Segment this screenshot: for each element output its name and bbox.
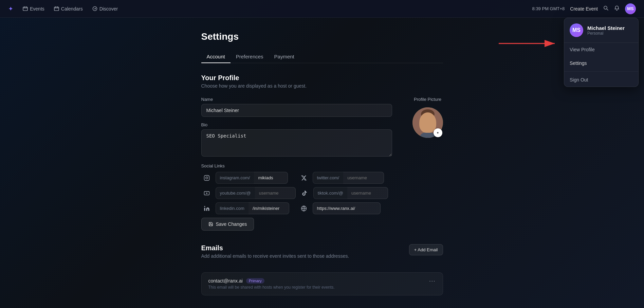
- calendars-nav-label: Calendars: [61, 6, 83, 12]
- emails-section-title: Emails: [201, 244, 349, 252]
- nav-link-events[interactable]: Events: [23, 6, 44, 12]
- main-content: Settings Account Preferences Payment You…: [193, 18, 451, 308]
- email-address-row: contact@ranx.ai Primary: [208, 278, 335, 284]
- name-form-group: Name: [201, 97, 392, 117]
- dropdown-view-profile[interactable]: View Profile: [564, 43, 638, 56]
- svg-line-11: [607, 9, 608, 10]
- tiktok-prefix: tiktok.com/@: [313, 187, 347, 199]
- svg-marker-16: [206, 192, 208, 194]
- save-btn-label: Save Changes: [216, 221, 247, 227]
- emails-titles: Emails Add additional emails to receive …: [201, 244, 349, 267]
- tab-preferences[interactable]: Preferences: [231, 50, 269, 63]
- svg-rect-27: [428, 118, 432, 121]
- page-title: Settings: [201, 31, 443, 42]
- youtube-icon: [201, 188, 212, 199]
- instagram-icon: [201, 173, 212, 183]
- tab-account[interactable]: Account: [201, 50, 231, 63]
- profile-picture-label: Profile Picture: [414, 97, 441, 102]
- upload-icon: [436, 131, 440, 135]
- current-time: 8:39 PM GMT+8: [532, 6, 565, 11]
- svg-point-25: [429, 119, 431, 120]
- events-nav-label: Events: [30, 6, 44, 12]
- youtube-input[interactable]: [255, 187, 296, 199]
- settings-tabs: Account Preferences Payment: [201, 50, 443, 63]
- svg-rect-26: [424, 118, 427, 121]
- dropdown-avatar: MS: [570, 23, 583, 37]
- svg-point-29: [423, 123, 433, 128]
- user-dropdown-menu: MS Michael Steiner Personal View Profile…: [564, 18, 639, 87]
- red-arrow-annotation: [499, 37, 560, 52]
- save-icon: [208, 222, 213, 227]
- profile-section: Your Profile Choose how you are displaye…: [201, 74, 443, 231]
- email-more-button[interactable]: ···: [429, 278, 436, 284]
- email-address-text: contact@ranx.ai: [208, 278, 243, 284]
- social-row-instagram-twitter: instagram.com/ twitter.com/: [201, 172, 392, 184]
- globe-icon: [298, 203, 309, 214]
- dropdown-user-type: Personal: [587, 31, 625, 36]
- svg-rect-4: [54, 7, 59, 11]
- nav-link-calendars[interactable]: Calendars: [54, 6, 83, 12]
- social-row-youtube-tiktok: youtube.com/@ tiktok.com/@: [201, 187, 392, 199]
- linkedin-input[interactable]: [249, 202, 289, 214]
- top-navigation: ✦ Events Calendars Discover 8:39 PM GMT+…: [0, 0, 644, 18]
- twitter-input-group: twitter.com/: [313, 172, 392, 184]
- profile-right: Profile Picture: [412, 97, 443, 138]
- emails-section-subtitle: Add additional emails to receive event i…: [201, 253, 349, 259]
- tiktok-input[interactable]: [347, 187, 388, 199]
- tab-payment[interactable]: Payment: [269, 50, 300, 63]
- twitter-input[interactable]: [343, 172, 384, 184]
- create-event-button[interactable]: Create Event: [570, 6, 598, 12]
- name-label: Name: [201, 97, 392, 102]
- linkedin-prefix: linkedin.com: [216, 202, 249, 214]
- nav-link-discover[interactable]: Discover: [92, 6, 118, 12]
- user-avatar-button[interactable]: MS: [625, 3, 636, 14]
- instagram-input-group: instagram.com/: [216, 172, 295, 184]
- social-row-linkedin-website: linkedin.com: [201, 202, 392, 214]
- bio-label: Bio: [201, 122, 392, 127]
- profile-row: Name Bio SEO Specialist Social Links ins…: [201, 97, 443, 231]
- svg-point-24: [424, 119, 426, 120]
- search-icon[interactable]: [603, 5, 609, 12]
- calendar-icon: [54, 6, 59, 11]
- profile-left: Name Bio SEO Specialist Social Links ins…: [201, 97, 392, 231]
- notifications-icon[interactable]: [614, 5, 620, 12]
- name-input[interactable]: [201, 104, 392, 117]
- svg-point-10: [604, 6, 607, 9]
- svg-point-13: [206, 177, 208, 179]
- svg-rect-12: [204, 175, 209, 180]
- youtube-input-group: youtube.com/@: [216, 187, 296, 199]
- save-changes-button[interactable]: Save Changes: [201, 218, 254, 231]
- youtube-prefix: youtube.com/@: [216, 187, 255, 199]
- profile-section-title: Your Profile: [201, 74, 443, 82]
- svg-point-22: [422, 113, 434, 124]
- compass-icon: [92, 6, 97, 11]
- dropdown-header: MS Michael Steiner Personal: [564, 18, 638, 43]
- brand-icon: ✦: [8, 5, 13, 13]
- dropdown-user-name: Michael Steiner: [587, 25, 625, 31]
- nav-right: 8:39 PM GMT+8 Create Event MS: [532, 3, 636, 14]
- email-note: This email will be shared with hosts whe…: [208, 285, 335, 290]
- upload-photo-button[interactable]: [434, 128, 442, 137]
- bio-form-group: Bio SEO Specialist: [201, 122, 392, 158]
- email-info: contact@ranx.ai Primary This email will …: [208, 278, 335, 290]
- social-links-label: Social Links: [201, 163, 392, 168]
- add-email-button[interactable]: + Add Email: [409, 244, 443, 255]
- svg-point-23: [421, 109, 435, 119]
- tiktok-icon: [299, 188, 310, 199]
- svg-marker-9: [94, 8, 96, 10]
- svg-point-17: [204, 206, 205, 207]
- tiktok-input-group: tiktok.com/@: [313, 187, 392, 199]
- dropdown-divider: [564, 71, 638, 72]
- website-input[interactable]: [313, 202, 381, 214]
- calendar-grid-icon: [23, 6, 28, 11]
- instagram-input[interactable]: [254, 172, 288, 184]
- instagram-prefix: instagram.com/: [216, 172, 254, 184]
- email-card: contact@ranx.ai Primary This email will …: [201, 272, 443, 295]
- dropdown-sign-out[interactable]: Sign Out: [564, 73, 638, 87]
- svg-rect-0: [23, 7, 27, 11]
- svg-point-21: [421, 112, 435, 128]
- dropdown-settings[interactable]: Settings: [564, 56, 638, 70]
- website-input-group: [313, 202, 392, 214]
- bio-input[interactable]: SEO Specialist: [201, 129, 392, 157]
- twitter-prefix: twitter.com/: [313, 172, 344, 184]
